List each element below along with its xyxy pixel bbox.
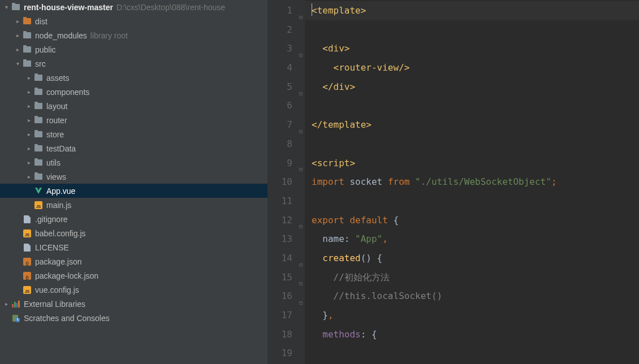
tree-item-label: public (35, 45, 56, 54)
gutter-line[interactable]: 1⊟ (267, 1, 305, 20)
tree-item[interactable]: JSbabel.config.js (0, 226, 267, 240)
code-line[interactable] (305, 192, 639, 211)
editor-caret (312, 3, 312, 16)
tree-item[interactable]: {}package.json (0, 254, 267, 268)
fold-indicator-icon[interactable]: ⊟ (297, 217, 303, 223)
gutter-line[interactable]: 3⊟ (267, 39, 305, 58)
tree-item[interactable]: ▸store (0, 127, 267, 141)
code-line[interactable] (305, 344, 639, 363)
code-line[interactable]: //this.localSocket() (305, 287, 639, 306)
code-line[interactable]: }, (305, 306, 639, 325)
generic-file-icon (23, 243, 32, 252)
gutter-line[interactable]: 12⊟ (267, 211, 305, 230)
editor-gutter[interactable]: 1⊟23⊟45⊟67⊟89⊟101112⊟1314⊟15⊟16⊟171819 (267, 0, 305, 364)
tree-item[interactable]: ▸router (0, 113, 267, 127)
tree-item-label: views (46, 172, 66, 181)
tree-item[interactable]: ▸views (0, 170, 267, 184)
gutter-line[interactable]: 19 (267, 344, 305, 363)
tree-item[interactable]: .gitignore (0, 212, 267, 226)
tree-item[interactable]: {}package-lock.json (0, 268, 267, 283)
tree-item[interactable]: ▸utils (0, 155, 267, 170)
code-line[interactable]: <div> (305, 39, 639, 58)
code-line[interactable]: <router-view/> (305, 58, 639, 77)
code-line[interactable] (305, 96, 639, 115)
tree-item[interactable]: ▸assets (0, 71, 267, 85)
chevron-right-icon[interactable]: ▸ (14, 18, 21, 25)
gutter-line[interactable]: 5⊟ (267, 77, 305, 97)
tree-item[interactable]: ▸testData (0, 141, 267, 155)
project-root-row[interactable]: ▾ rent-house-view-master D:\cxs\Desktop\… (0, 0, 267, 14)
fold-indicator-icon[interactable]: ⊟ (297, 160, 303, 166)
fold-indicator-icon[interactable]: ⊟ (297, 8, 303, 14)
tree-item[interactable]: ▸node_moduleslibrary root (0, 28, 267, 42)
tree-item[interactable]: ▸public (0, 42, 267, 57)
code-line[interactable]: <script> (305, 154, 639, 173)
gutter-line[interactable]: 14⊟ (267, 249, 305, 268)
code-editor[interactable]: 1⊟23⊟45⊟67⊟89⊟101112⊟1314⊟15⊟16⊟171819 <… (267, 0, 639, 364)
code-line[interactable]: import socket from "./utils/WebSocketObj… (305, 172, 639, 192)
gutter-line[interactable]: 11 (267, 192, 305, 211)
gutter-line[interactable]: 2 (267, 20, 305, 40)
chevron-right-icon[interactable]: ▸ (25, 159, 33, 167)
fold-indicator-icon[interactable]: ⊟ (297, 255, 303, 261)
chevron-right-icon[interactable]: ▸ (25, 131, 33, 138)
chevron-down-icon[interactable]: ▾ (2, 3, 10, 11)
chevron-right-icon[interactable]: ▸ (2, 300, 10, 308)
gutter-line[interactable]: 9⊟ (267, 154, 305, 173)
scratches-icon (11, 314, 20, 323)
gutter-line[interactable]: 17 (267, 306, 305, 325)
gutter-line[interactable]: 4 (267, 58, 305, 77)
code-line[interactable]: //初始化方法 (305, 268, 639, 287)
tree-item[interactable]: ▾src (0, 57, 267, 71)
tree-item[interactable]: LICENSE (0, 240, 267, 254)
code-line[interactable]: <template> (305, 1, 639, 20)
chevron-right-icon[interactable]: ▸ (14, 32, 21, 40)
code-line[interactable]: export default { (305, 211, 639, 230)
project-tree-panel[interactable]: ▾ rent-house-view-master D:\cxs\Desktop\… (0, 0, 267, 364)
code-line[interactable]: name: "App", (305, 229, 639, 249)
gutter-line[interactable]: 10 (267, 172, 305, 192)
external-libraries-row[interactable]: ▸ External Libraries (0, 297, 267, 311)
tree-item[interactable]: JSvue.config.js (0, 283, 267, 297)
code-line[interactable]: </div> (305, 77, 639, 97)
external-libraries-icon (11, 300, 20, 309)
fold-indicator-icon[interactable]: ⊟ (297, 84, 303, 90)
tree-item-label: package-lock.json (35, 271, 98, 280)
vue-file-icon (34, 187, 43, 196)
code-line[interactable] (305, 135, 639, 154)
gutter-line[interactable]: 8 (267, 135, 305, 154)
chevron-right-icon[interactable]: ▸ (25, 173, 33, 181)
chevron-right-icon[interactable]: ▸ (25, 74, 33, 82)
chevron-right-icon[interactable]: ▸ (25, 145, 33, 153)
code-line[interactable]: </template> (305, 115, 639, 135)
scratches-row[interactable]: Scratches and Consoles (0, 311, 267, 325)
tree-item[interactable]: ▸dist (0, 14, 267, 28)
tree-item-label: src (35, 59, 46, 68)
gutter-line[interactable]: 7⊟ (267, 115, 305, 135)
gutter-line[interactable]: 6 (267, 96, 305, 115)
gutter-line[interactable]: 15⊟ (267, 268, 305, 287)
chevron-right-icon[interactable]: ▸ (25, 116, 33, 124)
tree-item[interactable]: ▸components (0, 85, 267, 99)
editor-code-area[interactable]: <template> <div> <router-view/> </div></… (305, 0, 639, 364)
gutter-line[interactable]: 13 (267, 229, 305, 249)
fold-indicator-icon[interactable]: ⊟ (297, 122, 303, 128)
code-line[interactable]: created() { (305, 249, 639, 268)
chevron-right-icon[interactable]: ▸ (25, 102, 33, 110)
chevron-down-icon[interactable]: ▾ (14, 60, 21, 68)
chevron-right-icon[interactable]: ▸ (25, 88, 33, 96)
code-line[interactable]: methods: { (305, 325, 639, 344)
fold-indicator-icon[interactable]: ⊟ (297, 293, 303, 299)
fold-indicator-icon[interactable]: ⊟ (297, 46, 303, 51)
tree-item[interactable]: ▸layout (0, 99, 267, 113)
code-line[interactable] (305, 20, 639, 40)
tree-item[interactable]: App.vue (0, 184, 267, 198)
tree-item-label: router (46, 116, 67, 125)
gutter-line[interactable]: 16⊟ (267, 287, 305, 306)
tree-item[interactable]: JSmain.js (0, 198, 267, 212)
scratches-label: Scratches and Consoles (24, 314, 110, 323)
chevron-right-icon[interactable]: ▸ (14, 46, 21, 54)
gutter-line[interactable]: 18 (267, 325, 305, 344)
fold-indicator-icon[interactable]: ⊟ (297, 274, 303, 280)
folder-icon (23, 31, 32, 40)
